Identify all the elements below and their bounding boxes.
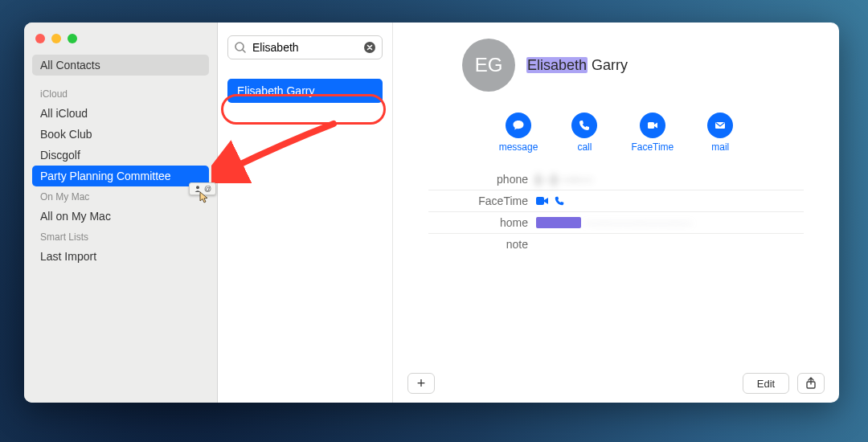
contact-header: EG Elisabeth Garry bbox=[462, 39, 815, 92]
share-icon bbox=[805, 377, 817, 390]
sidebar-section-header: On My Mac bbox=[40, 191, 209, 203]
clear-search-button[interactable] bbox=[363, 41, 376, 54]
phone-icon bbox=[571, 113, 597, 138]
message-action[interactable]: message bbox=[499, 113, 538, 153]
facetime-row[interactable]: FaceTime bbox=[428, 190, 804, 212]
edit-button[interactable]: Edit bbox=[743, 373, 789, 394]
facetime-phone-icon bbox=[554, 195, 565, 207]
minimize-window-button[interactable] bbox=[51, 34, 61, 43]
phone-label: phone bbox=[428, 173, 536, 186]
phone-value: (···) ···-···· bbox=[536, 173, 804, 186]
window-controls bbox=[35, 34, 209, 43]
sidebar-section-header: iCloud bbox=[40, 88, 209, 100]
phone-row[interactable]: phone (···) ···-···· bbox=[428, 169, 804, 190]
sidebar-group-item[interactable]: Last Import bbox=[32, 246, 209, 267]
detail-toolbar: + Edit bbox=[393, 364, 839, 403]
home-blurred-text: ··························· bbox=[586, 216, 692, 229]
avatar[interactable]: EG bbox=[462, 39, 515, 92]
contact-detail-pane: EG Elisabeth Garry message call bbox=[393, 23, 839, 403]
share-button[interactable] bbox=[797, 373, 825, 394]
svg-line-1 bbox=[243, 50, 245, 52]
mail-action[interactable]: mail bbox=[707, 113, 733, 153]
video-icon bbox=[640, 113, 665, 138]
search-field-wrapper bbox=[227, 35, 383, 59]
facetime-field-label: FaceTime bbox=[428, 194, 536, 207]
contact-list-pane: Elisabeth Garry bbox=[218, 23, 393, 403]
sidebar: All Contacts iCloudAll iCloudBook ClubDi… bbox=[24, 23, 218, 403]
sidebar-group-item[interactable]: All iCloud bbox=[32, 103, 209, 124]
note-row[interactable]: note bbox=[428, 234, 804, 255]
search-result-item[interactable]: Elisabeth Garry bbox=[227, 79, 383, 103]
home-row[interactable]: home ··························· bbox=[428, 212, 804, 234]
svg-rect-5 bbox=[536, 197, 544, 205]
home-label: home bbox=[428, 216, 536, 229]
call-label: call bbox=[577, 141, 592, 153]
contact-fields: phone (···) ···-···· FaceTime home ·····… bbox=[428, 169, 804, 255]
first-name-highlight: Elisabeth bbox=[526, 57, 588, 73]
facetime-video-icon bbox=[536, 196, 549, 206]
sidebar-group-item[interactable]: All on My Mac bbox=[32, 206, 209, 227]
note-label: note bbox=[428, 238, 536, 251]
action-row: message call FaceTime mail bbox=[417, 113, 815, 153]
zoom-window-button[interactable] bbox=[68, 34, 77, 43]
facetime-value bbox=[536, 195, 804, 207]
search-input[interactable] bbox=[227, 35, 383, 59]
close-window-button[interactable] bbox=[35, 34, 45, 43]
all-contacts-item[interactable]: All Contacts bbox=[32, 55, 209, 76]
sidebar-group-item[interactable]: Discgolf bbox=[32, 145, 209, 166]
svg-point-7 bbox=[196, 186, 199, 189]
cursor-pointer-icon bbox=[199, 191, 209, 204]
sidebar-section-header: Smart Lists bbox=[40, 231, 209, 243]
mail-icon bbox=[707, 113, 733, 138]
facetime-action[interactable]: FaceTime bbox=[631, 113, 674, 153]
sidebar-group-item[interactable]: Party Planning Committee bbox=[32, 166, 209, 186]
sidebar-group-item[interactable]: Book Club bbox=[32, 124, 209, 145]
mail-label: mail bbox=[711, 141, 729, 153]
svg-rect-3 bbox=[648, 122, 654, 129]
contact-name[interactable]: Elisabeth Garry bbox=[526, 57, 628, 74]
contacts-window: All Contacts iCloudAll iCloudBook ClubDi… bbox=[24, 23, 839, 403]
search-icon bbox=[234, 41, 247, 54]
call-action[interactable]: call bbox=[571, 113, 597, 153]
last-name: Garry bbox=[592, 57, 628, 73]
add-field-button[interactable]: + bbox=[407, 373, 435, 394]
message-icon bbox=[506, 113, 531, 138]
facetime-label: FaceTime bbox=[631, 141, 674, 153]
home-value: ··························· bbox=[536, 216, 804, 229]
message-label: message bbox=[499, 141, 538, 153]
